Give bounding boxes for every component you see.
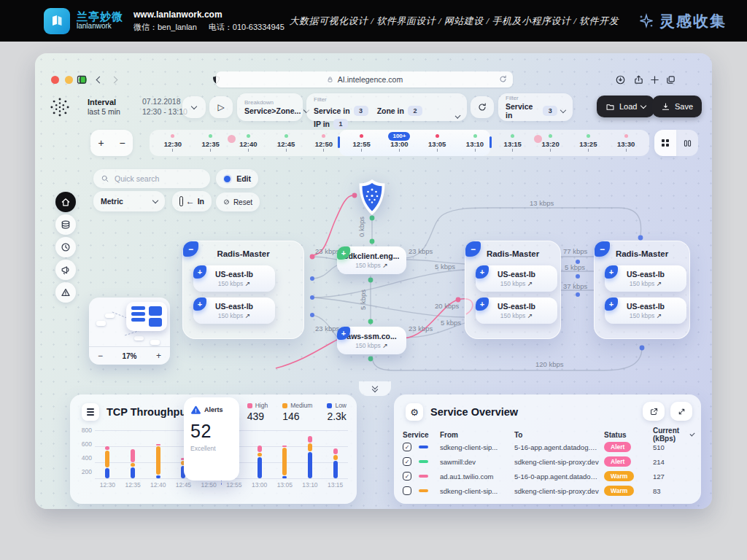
current-cell: 510 — [653, 443, 694, 451]
table-row[interactable]: ✓sdkeng-client-sip...5-16-app.agent.data… — [403, 440, 694, 454]
service-node[interactable]: +aws-ssm.co...150 kbps ↗ — [337, 327, 406, 354]
quick-search-input[interactable]: Quick search — [93, 169, 210, 188]
brand-name-en: lanlanwork — [77, 23, 123, 31]
sidebar-toggle-icon[interactable] — [74, 72, 89, 87]
row-checkbox[interactable]: ✓ — [403, 457, 411, 466]
minimap-zoom-out[interactable]: − — [98, 351, 103, 361]
website-link[interactable]: www.lanlanwork.com — [133, 8, 285, 21]
minimap[interactable]: − 17% + — [89, 298, 170, 365]
sidebar-item-home[interactable] — [55, 192, 76, 212]
sidebar-item-mega[interactable] — [55, 260, 76, 280]
timeline-tick[interactable]: 12:50 — [305, 133, 343, 156]
reload-icon[interactable] — [498, 74, 508, 85]
collapse-group-badge[interactable]: − — [595, 241, 610, 257]
node-card[interactable]: +US-east-lb150 kbps ↗ — [193, 265, 275, 292]
timeline-tick[interactable]: 13:05 — [418, 133, 456, 156]
grid-view-toggle[interactable] — [654, 130, 676, 156]
selection-right-handle[interactable] — [489, 136, 492, 148]
node-card[interactable]: +US-east-lb150 kbps ↗ — [605, 265, 686, 292]
node-group[interactable]: −Radis-Master+US-east-lb150 kbps ↗+US-ea… — [594, 241, 690, 339]
expand-icon[interactable] — [670, 402, 692, 421]
bar-column[interactable]: 12:30 — [95, 430, 120, 478]
zoom-in-button[interactable]: + — [98, 137, 104, 149]
firewall-shield-node[interactable] — [353, 177, 391, 218]
address-bar[interactable]: AI.intelegence.com — [216, 71, 513, 88]
edit-switch[interactable] — [223, 174, 232, 184]
close-window-button[interactable] — [51, 76, 59, 84]
chart-panel-icon[interactable] — [82, 403, 99, 421]
node-card[interactable]: +US-east-lb150 kbps ↗ — [476, 298, 557, 324]
sidebar-item-clock[interactable] — [55, 237, 76, 257]
sidebar-item-db[interactable] — [55, 214, 76, 235]
bar-column[interactable]: 13:00 — [247, 430, 272, 478]
row-checkbox[interactable] — [403, 486, 411, 495]
timeline-tick[interactable]: 12:30 — [154, 133, 192, 156]
node-card[interactable]: +US-east-lb150 kbps ↗ — [605, 298, 686, 324]
filter-chip[interactable]: Service in3 — [314, 106, 368, 116]
timeline-zoom-controls[interactable]: +− — [90, 130, 133, 156]
share-icon[interactable] — [631, 72, 646, 87]
sidebar-item-warn[interactable] — [55, 282, 76, 303]
interval-dropdown-button[interactable] — [182, 96, 206, 118]
bar-column[interactable]: 13:05 — [272, 430, 298, 478]
edge-label: 23 kbps — [409, 247, 433, 255]
metric-dropdown[interactable]: Metric — [93, 191, 165, 211]
minimap-viewport[interactable] — [126, 302, 167, 331]
service-node[interactable]: +sdkclient.eng...150 kbps ↗ — [337, 246, 406, 274]
zoom-out-button[interactable]: − — [119, 137, 125, 149]
reset-button[interactable]: Reset — [216, 192, 260, 211]
open-external-icon[interactable] — [643, 402, 665, 421]
load-button[interactable]: Load — [597, 96, 654, 117]
breakdown-dropdown[interactable]: Breakdown Service>Zone... — [237, 93, 303, 121]
table-row[interactable]: ✓ad.au1.twilio.com5-16-0-app.agent.datad… — [403, 469, 694, 483]
timeline-tick[interactable]: 13:20 — [532, 133, 570, 156]
timeline-tick[interactable]: 13:10 — [456, 133, 494, 156]
gear-icon[interactable]: ⚙ — [406, 403, 423, 421]
filter-chip[interactable]: IP in1 — [314, 119, 348, 129]
downloads-icon[interactable] — [613, 72, 627, 87]
timeline-tick[interactable]: 12:55 — [343, 133, 381, 156]
tab-overview-icon[interactable] — [663, 72, 678, 87]
timeline-tick[interactable]: 100+13:00 — [381, 133, 419, 156]
forward-button[interactable] — [107, 72, 121, 87]
timeline-tick[interactable]: 12:45 — [267, 133, 305, 156]
node-group[interactable]: −Radis-Master+US-east-lb150 kbps ↗+US-ea… — [465, 241, 561, 339]
timeline-tick[interactable]: 13:25 — [569, 133, 607, 156]
bar-column[interactable]: 13:15 — [322, 430, 348, 478]
play-button[interactable]: ▷ — [209, 96, 233, 118]
new-tab-icon[interactable] — [647, 72, 662, 87]
minimize-window-button[interactable] — [65, 76, 73, 84]
timeline[interactable]: 12:3012:3512:4012:4512:5012:55100+13:001… — [150, 130, 649, 156]
selection-left-handle[interactable] — [338, 136, 340, 148]
filter2-dropdown[interactable]: Filter Service in3 — [498, 93, 573, 121]
filter-dropdown[interactable]: Filter Service in3Zone in2IP in1 — [306, 93, 467, 121]
timeline-tick[interactable]: 12:35 — [192, 133, 230, 156]
bar-column[interactable]: 12:40 — [145, 430, 171, 478]
split-view-toggle[interactable] — [676, 130, 698, 156]
interval-control[interactable]: Interval last 5 min — [88, 97, 120, 117]
node-card[interactable]: +US-east-lb150 kbps ↗ — [193, 298, 275, 324]
collapse-panels-button[interactable] — [359, 381, 391, 396]
save-button[interactable]: Save — [652, 96, 702, 117]
bar-column[interactable]: 13:10 — [298, 430, 323, 478]
edge-direction-control[interactable]: ← In — [172, 191, 212, 211]
table-row[interactable]: sdkeng-client-sip...sdkeng-client-sip-pr… — [403, 483, 694, 498]
minimap-zoom-in[interactable]: + — [156, 351, 161, 361]
timeline-tick[interactable]: 13:30 — [607, 133, 645, 156]
bar-column[interactable]: 12:35 — [120, 430, 146, 478]
back-button[interactable] — [92, 72, 107, 87]
row-checkbox[interactable]: ✓ — [403, 472, 411, 481]
collapse-group-badge[interactable]: − — [183, 241, 198, 257]
refresh-button[interactable] — [471, 96, 494, 118]
node-card[interactable]: +US-east-lb150 kbps ↗ — [476, 265, 557, 292]
table-row[interactable]: ✓sawmill:devsdkeng-client-sip-proxy:devA… — [403, 454, 694, 469]
timeline-tick[interactable]: 12:40 — [230, 133, 268, 156]
collapse-group-badge[interactable]: − — [465, 241, 481, 257]
row-checkbox[interactable]: ✓ — [403, 443, 411, 451]
filter-chip[interactable]: Zone in2 — [377, 106, 422, 116]
timeline-tick[interactable]: 13:15 — [494, 133, 532, 156]
node-name: US-east-lb — [196, 270, 272, 279]
node-value: 150 kbps ↗ — [338, 262, 405, 269]
edit-toggle[interactable]: Edit — [216, 169, 258, 188]
node-group[interactable]: −Radis-Master+US-east-lb150 kbps ↗+US-ea… — [182, 241, 304, 339]
